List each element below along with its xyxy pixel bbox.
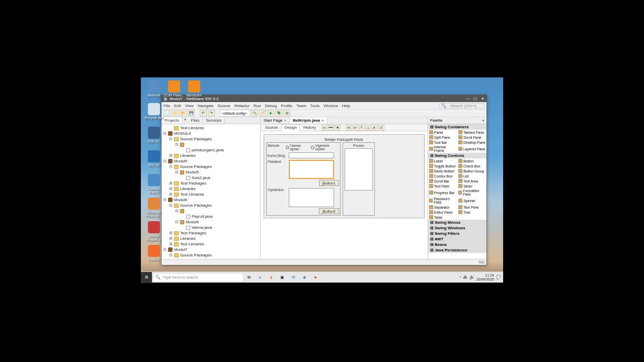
project-tree[interactable]: Test Libraries⊟MODUL4⊟Source Packages⊟pe… <box>162 124 260 259</box>
tree-node[interactable]: ⊟Modul7 <box>163 247 259 252</box>
ciphertext-textarea[interactable] <box>289 188 334 207</box>
palette-item-panel[interactable]: Panel <box>428 130 457 135</box>
mail-icon[interactable]: ✉ <box>289 273 298 282</box>
palette-item-button-group[interactable]: Button Group <box>457 168 487 173</box>
minimize-button[interactable]: ─ <box>466 97 469 101</box>
jbutton1[interactable]: jButton1 <box>319 180 339 186</box>
open-button[interactable]: 📂 <box>180 110 187 117</box>
bandicam-task-icon[interactable]: ● <box>311 273 320 282</box>
kunci-textfield[interactable] <box>289 152 334 158</box>
tab-design[interactable]: Design <box>281 124 300 131</box>
tree-node[interactable]: ⊟ <box>163 258 259 259</box>
connection-button[interactable]: ⟶ <box>328 125 334 131</box>
jbutton2[interactable]: jButton2 <box>319 208 339 214</box>
desktop-icon-win-10[interactable]: Win 10 <box>143 150 165 167</box>
tree-node[interactable]: ⊞Libraries <box>163 186 259 192</box>
menu-edit[interactable]: Edit <box>174 104 181 108</box>
tree-node[interactable]: ⊞Test Libraries <box>163 241 259 247</box>
palette-item-combo-box[interactable]: Combo Box <box>428 173 457 178</box>
tree-node[interactable]: ⊞Libraries <box>163 236 259 241</box>
plaintext-textarea[interactable] <box>289 160 334 179</box>
palette-item-text-area[interactable]: Text Area <box>457 178 487 184</box>
tree-node[interactable]: ⊞Test Packages <box>163 180 259 186</box>
tab-history[interactable]: History <box>301 125 318 131</box>
menu-help[interactable]: Help <box>342 104 350 108</box>
desktop-icon-gom-playe-[interactable]: GOM Playe... <box>164 80 185 97</box>
tree-node[interactable]: ⊟Source Packages <box>163 203 259 208</box>
menu-profile[interactable]: Profile <box>281 104 292 108</box>
palette-item-formatted-field[interactable]: Formatted Field <box>457 189 487 197</box>
palette-item-button[interactable]: Button <box>457 158 487 163</box>
tab-source[interactable]: Source <box>263 125 280 131</box>
desktop-icon-network[interactable]: Network <box>143 80 165 97</box>
palette-item-text-pane[interactable]: Text Pane <box>457 205 487 210</box>
palette-item-spinner[interactable]: Spinner <box>457 197 487 205</box>
palette-section-swing-controls[interactable]: ⊟ Swing Controls <box>428 153 487 158</box>
tree-node[interactable]: Test Libraries <box>163 125 259 131</box>
desktop-icon-adobe-reader-x[interactable]: Adobe Reader X <box>143 221 165 241</box>
tree-node[interactable]: Payroll.java <box>163 214 259 219</box>
netbeans-task-icon[interactable]: ◆ <box>300 273 309 282</box>
palette-item-slider[interactable]: Slider <box>457 184 487 189</box>
tray-chevron-icon[interactable]: ^ <box>459 275 461 280</box>
desktop-icon-the-pc[interactable]: THE PC <box>143 127 165 143</box>
palette-item-separator[interactable]: Separator <box>428 205 457 210</box>
center-v-button[interactable]: ≡ <box>378 125 384 131</box>
palette-item-internal-frame[interactable]: Internal Frame <box>428 145 457 153</box>
desktop-icon-bandicam[interactable]: Bandicam <box>184 80 205 97</box>
palette-section-swing-menus[interactable]: ⊟ Swing Menus <box>428 220 487 225</box>
menu-run[interactable]: Run <box>254 104 261 108</box>
tree-node[interactable]: Warna.java <box>163 225 259 230</box>
debug-button[interactable]: 🪲 <box>275 110 282 117</box>
taskbar-clock[interactable]: 11:2420/04/2020 <box>476 274 494 282</box>
palette-section-swing-fillers[interactable]: ⊟ Swing Fillers <box>428 231 487 236</box>
tree-node[interactable]: ⊟Modul6 <box>163 219 259 225</box>
menu-search[interactable]: 🔍 Search (Ctrl+I) <box>439 103 485 109</box>
explorer-icon[interactable]: ▮ <box>267 273 276 282</box>
tree-node[interactable]: ⊟Source Packages <box>163 252 259 258</box>
menu-navigate[interactable]: Navigate <box>198 104 214 108</box>
output-textarea[interactable] <box>345 148 373 191</box>
palette-section-swing-windows[interactable]: ⊟ Swing Windows <box>428 225 487 231</box>
profile-button[interactable]: ⏱ <box>283 110 290 117</box>
desktop-icon-microsoft-photo-m-[interactable]: Microsoft Photo M... <box>143 198 165 218</box>
palette-item-progress-bar[interactable]: Progress Bar <box>428 189 457 197</box>
taskbar-search[interactable]: 🔍 Type here to search <box>153 273 244 282</box>
palette-item-desktop-pane[interactable]: Desktop Pane <box>457 140 487 145</box>
tree-node[interactable]: ⊟Source Packages <box>163 164 259 169</box>
menu-view[interactable]: View <box>185 104 194 108</box>
palette-section-beans[interactable]: ⊟ Beans <box>428 242 487 247</box>
tab-services[interactable]: Services <box>203 117 225 124</box>
edge-icon[interactable]: e <box>256 273 265 282</box>
palette-item-scroll-pane[interactable]: Scroll Pane <box>457 135 487 140</box>
palette-section-java-persistence[interactable]: ⊟ Java Persistence <box>428 247 487 253</box>
undo-button[interactable]: ↶ <box>200 110 207 117</box>
palette-section-swing-containers[interactable]: ⊟ Swing Containers <box>428 124 487 130</box>
tab-files[interactable]: Files <box>188 117 203 124</box>
palette-item-list[interactable]: List <box>457 173 487 178</box>
config-dropdown[interactable]: <default config> <box>220 110 250 117</box>
palette-item-editor-pane[interactable]: Editor Pane <box>428 210 457 215</box>
align-left-button[interactable]: ⫷ <box>346 125 352 131</box>
tree-node[interactable]: ⊟Modul5 <box>163 169 259 175</box>
window-titlebar[interactable]: ▦ Modul7 - NetBeans IDE 8.2 ─ ☐ ✕ <box>162 95 487 102</box>
system-tray[interactable]: ^ 🖧 🔊 11:2420/04/2020 💬 <box>459 274 503 282</box>
palette-item-label[interactable]: Label <box>428 158 457 163</box>
tree-node[interactable]: ⊟MODUL4 <box>163 131 259 136</box>
palette-item-tabbed-pane[interactable]: Tabbed Pane <box>457 130 487 135</box>
close-icon[interactable]: × <box>284 117 287 124</box>
palette-item-radio-button[interactable]: Radio Button <box>428 168 457 173</box>
desktop-icon-firefox[interactable]: Firefox <box>143 245 165 261</box>
center-h-button[interactable]: ⫿ <box>372 125 378 131</box>
palette-item-split-pane[interactable]: Split Pane <box>428 135 457 140</box>
menu-tools[interactable]: Tools <box>310 104 320 108</box>
new-project-button[interactable]: 📁 <box>172 110 179 117</box>
tree-node[interactable]: Kuis2.java <box>163 175 259 180</box>
palette-item-table[interactable]: Table <box>428 215 457 220</box>
palette-section-awt[interactable]: ⊟ AWT <box>428 236 487 242</box>
tree-node[interactable]: ⊟ <box>163 208 259 214</box>
palette-item-toggle-button[interactable]: Toggle Button <box>428 163 457 168</box>
notifications-icon[interactable]: 💬 <box>496 275 501 280</box>
tree-node[interactable]: ⊟Modul5 <box>163 158 259 164</box>
maximize-button[interactable]: ☐ <box>473 97 477 101</box>
